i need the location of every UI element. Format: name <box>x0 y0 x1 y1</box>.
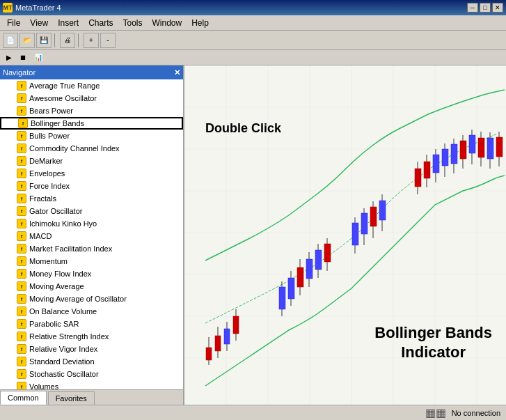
indicator-icon: f <box>17 244 26 254</box>
nav-item[interactable]: fMoving Average of Oscillator <box>0 293 183 305</box>
indicator-icon: f <box>17 382 26 389</box>
tab-common[interactable]: Common <box>0 391 47 405</box>
svg-rect-22 <box>233 316 239 334</box>
indicator-label: Parabolic SAR <box>29 320 79 328</box>
indicator-label: On Balance Volume <box>29 307 97 316</box>
menu-charts[interactable]: Charts <box>84 17 117 29</box>
nav-item[interactable]: fDeMarker <box>0 155 183 167</box>
toolbar2-btn1[interactable]: ▶ <box>3 52 15 64</box>
open-button[interactable]: 📂 <box>19 33 35 48</box>
nav-item[interactable]: fEnvelopes <box>0 167 183 180</box>
nav-item[interactable]: fCommodity Channel Index <box>0 142 183 155</box>
nav-item[interactable]: fAverage True Range <box>0 79 183 92</box>
zoom-in-button[interactable]: + <box>84 33 99 48</box>
indicator-icon: f <box>17 281 26 291</box>
nav-item[interactable]: fMoney Flow Index <box>0 267 183 280</box>
svg-rect-18 <box>215 336 221 351</box>
indicator-icon: f <box>17 194 26 203</box>
title-bar-controls: ─ □ ✕ <box>467 3 503 13</box>
indicator-label: Standard Deviation <box>29 357 95 366</box>
indicator-icon: f <box>17 93 26 103</box>
tab-favorites[interactable]: Favorites <box>48 391 95 405</box>
svg-rect-54 <box>460 141 466 159</box>
indicator-label: Momentum <box>29 257 68 265</box>
svg-rect-32 <box>315 250 322 270</box>
svg-rect-48 <box>433 155 439 173</box>
nav-item[interactable]: fOn Balance Volume <box>0 305 183 318</box>
nav-item[interactable]: fFractals <box>0 192 183 205</box>
nav-item[interactable]: fBears Power <box>0 104 183 117</box>
indicator-icon: f <box>17 231 26 241</box>
indicator-label: Moving Average of Oscillator <box>29 295 127 303</box>
indicator-label: Fractals <box>29 194 56 203</box>
title-bar-left: MT MetaTrader 4 <box>3 3 61 13</box>
nav-item[interactable]: fParabolic SAR <box>0 318 183 330</box>
svg-rect-62 <box>496 137 503 157</box>
indicator-label: Volumes <box>29 382 58 389</box>
nav-item[interactable]: fStochastic Oscillator <box>0 368 183 380</box>
bollinger-bands-label: Bollinger BandsIndicator <box>374 323 492 363</box>
new-chart-button[interactable]: 📄 <box>3 33 18 48</box>
navigator-header: Navigator ✕ <box>0 65 183 79</box>
nav-item[interactable]: fForce Index <box>0 180 183 192</box>
nav-item[interactable]: fStandard Deviation <box>0 355 183 368</box>
minimize-button[interactable]: ─ <box>467 3 478 13</box>
svg-rect-42 <box>379 201 386 220</box>
save-button[interactable]: 💾 <box>36 33 52 48</box>
toolbar2-btn3[interactable]: 📊 <box>31 52 46 64</box>
zoom-out-button[interactable]: - <box>100 33 116 48</box>
menu-window[interactable]: Window <box>148 17 187 29</box>
menu-bar: File View Insert Charts Tools Window Hel… <box>0 15 506 31</box>
main-area: Navigator ✕ fAverage True RangefAwesome … <box>0 65 506 405</box>
nav-item[interactable]: fIchimoku Kinko Hyo <box>0 217 183 230</box>
menu-insert[interactable]: Insert <box>54 17 83 29</box>
indicator-icon: f <box>17 106 26 116</box>
svg-rect-34 <box>324 244 331 262</box>
nav-item[interactable]: fMomentum <box>0 255 183 267</box>
indicator-label: Commodity Channel Index <box>29 144 120 153</box>
nav-item[interactable]: fBollinger Bands <box>0 117 183 130</box>
title-bar: MT MetaTrader 4 ─ □ ✕ <box>0 0 506 15</box>
indicator-icon: f <box>17 319 26 329</box>
nav-item[interactable]: fMoving Average <box>0 280 183 293</box>
nav-item[interactable]: fRelative Strength Index <box>0 330 183 343</box>
menu-tools[interactable]: Tools <box>119 17 147 29</box>
close-button[interactable]: ✕ <box>492 3 503 13</box>
svg-rect-20 <box>224 329 230 344</box>
indicator-icon: f <box>18 118 28 128</box>
indicator-icon: f <box>17 169 26 178</box>
menu-view[interactable]: View <box>26 17 52 29</box>
indicator-label: DeMarker <box>29 157 63 165</box>
app-icon: MT <box>3 3 13 13</box>
toolbar2-btn2[interactable]: ⏹ <box>16 52 30 64</box>
toolbar2: ▶ ⏹ 📊 <box>0 50 506 65</box>
chart-area: Double Click Bollinger BandsIndicator <box>184 65 506 405</box>
indicator-icon: f <box>17 219 26 228</box>
navigator-close-button[interactable]: ✕ <box>174 68 180 77</box>
nav-list[interactable]: fAverage True RangefAwesome OscillatorfB… <box>0 79 183 389</box>
nav-item[interactable]: fGator Oscillator <box>0 205 183 217</box>
navigator-panel: Navigator ✕ fAverage True RangefAwesome … <box>0 65 184 405</box>
indicator-label: Average True Range <box>29 81 100 90</box>
menu-help[interactable]: Help <box>187 17 213 29</box>
nav-item[interactable]: fVolumes <box>0 380 183 389</box>
svg-rect-56 <box>469 135 475 153</box>
nav-item[interactable]: fMACD <box>0 230 183 242</box>
indicator-icon: f <box>17 332 26 341</box>
indicator-label: Relative Strength Index <box>29 332 109 341</box>
nav-item[interactable]: fAwesome Oscillator <box>0 92 183 104</box>
nav-item[interactable]: fBulls Power <box>0 130 183 142</box>
menu-file[interactable]: File <box>3 17 24 29</box>
indicator-icon: f <box>17 357 26 366</box>
svg-rect-24 <box>279 287 285 309</box>
nav-item[interactable]: fMarket Facilitation Index <box>0 242 183 255</box>
nav-item[interactable]: fRelative Vigor Index <box>0 343 183 355</box>
grid-status-icon: ▦▦ <box>425 406 446 419</box>
print-button[interactable]: 🖨 <box>60 33 75 48</box>
indicator-label: Force Index <box>29 182 70 190</box>
svg-rect-38 <box>361 213 367 234</box>
maximize-button[interactable]: □ <box>480 3 491 13</box>
indicator-label: Bollinger Bands <box>31 119 84 127</box>
title-bar-title: MetaTrader 4 <box>15 3 61 12</box>
svg-rect-36 <box>352 223 358 245</box>
